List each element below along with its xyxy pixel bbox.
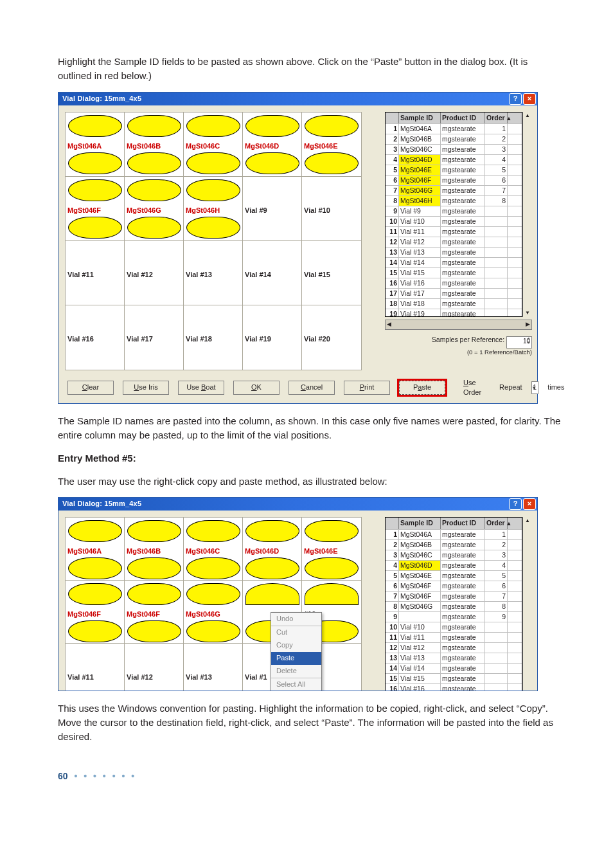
paste-button[interactable]: Paste — [399, 381, 445, 395]
vial-cell[interactable]: Vial #9 — [242, 176, 303, 242]
vial-cell[interactable]: Vial #20 — [301, 305, 362, 370]
context-menu-item-paste[interactable]: Paste — [271, 652, 321, 665]
vial-cell[interactable]: Vial #14 — [242, 240, 303, 306]
sort-up-icon[interactable]: ▲ — [506, 115, 512, 122]
table-row[interactable]: 8MgSt046Hmgstearate8 — [386, 195, 522, 206]
vial-cell[interactable]: Vial #19 — [242, 305, 303, 370]
vial-cell[interactable]: MgSt046F — [65, 580, 125, 646]
vial-dialog-context: Vial Dialog: 15mm_4x5 ? × MgSt046AMgSt04… — [58, 497, 538, 691]
table-row[interactable]: 3MgSt046Cmgstearate3 — [386, 550, 522, 560]
vial-cell[interactable]: MgSt046A — [65, 112, 125, 177]
vial-cell[interactable]: MgSt046E — [301, 112, 362, 177]
vial-cell[interactable]: MgSt046B — [124, 112, 184, 177]
close-icon[interactable]: × — [523, 93, 536, 105]
context-menu-item-copy[interactable]: Copy — [271, 639, 321, 652]
context-menu-item-select-all[interactable]: Select All — [271, 678, 321, 691]
vial-cell[interactable]: MgSt046C — [183, 517, 244, 583]
help-icon[interactable]: ? — [509, 93, 522, 105]
use-boat-button[interactable]: Use Boat — [178, 381, 224, 395]
table-row[interactable]: 13Vial #13mgstearate — [386, 247, 522, 257]
table-row[interactable]: 5MgSt046Emgstearate5 — [386, 570, 522, 581]
scrollbar-vertical[interactable]: ▲▼ — [522, 112, 532, 317]
table-row[interactable]: 19Vial #19mgstearate — [386, 309, 522, 316]
figure-vial-dialog-context: Vial Dialog: 15mm_4x5 ? × MgSt046AMgSt04… — [58, 497, 562, 691]
sort-up-icon[interactable]: ▲ — [506, 520, 512, 527]
vial-cell[interactable]: MgSt046F — [124, 580, 184, 646]
context-menu-item-undo[interactable]: Undo — [271, 613, 321, 626]
table-row[interactable]: 16Vial #16mgstearate — [386, 278, 522, 288]
table-row[interactable]: 5MgSt046Emgstearate5 — [386, 165, 522, 175]
vial-cell[interactable]: Vial #12 — [124, 240, 184, 306]
use-iris-button[interactable]: Use Iris — [123, 381, 169, 395]
context-menu[interactable]: UndoCutCopyPasteDeleteSelect All — [271, 612, 322, 691]
scrollbar-vertical[interactable]: ▲▼ — [522, 517, 532, 691]
vial-label: Vial #19 — [245, 334, 271, 345]
vial-cell[interactable]: Vial #15 — [301, 240, 362, 306]
table-row[interactable]: 7MgSt046Fmgstearate7 — [386, 591, 522, 601]
vial-cell[interactable]: Vial #12 — [124, 643, 184, 691]
vial-cell[interactable]: MgSt046F — [65, 176, 125, 242]
table-row[interactable]: 10Vial #10mgstearate — [386, 216, 522, 226]
vial-cell[interactable]: Vial #10 — [301, 176, 362, 242]
table-row[interactable]: 16Vial #16mgstearate — [386, 683, 522, 692]
table-row[interactable]: 1MgSt046Amgstearate1 — [386, 529, 522, 539]
table-row[interactable]: 9mgstearate9 — [386, 611, 522, 622]
cancel-button[interactable]: Cancel — [289, 381, 335, 395]
vial-label: Vial #18 — [186, 334, 212, 345]
clear-button[interactable]: Clear — [67, 381, 114, 395]
vial-cell[interactable]: MgSt046B — [124, 517, 184, 583]
vial-cell[interactable]: Vial #18 — [183, 305, 244, 370]
table-row[interactable]: 12Vial #12mgstearate — [386, 237, 522, 247]
table-row[interactable]: 3MgSt046Cmgstearate3 — [386, 144, 522, 154]
vial-cell[interactable]: Vial #11 — [65, 643, 125, 691]
table-row[interactable]: 14Vial #14mgstearate — [386, 663, 522, 673]
table-row[interactable]: 17Vial #17mgstearate — [386, 288, 522, 298]
table-row[interactable]: 14Vial #14mgstearate — [386, 257, 522, 267]
print-button[interactable]: Print — [344, 381, 390, 395]
window-title: Vial Dialog: 15mm_4x5 — [62, 499, 508, 509]
context-menu-item-cut[interactable]: Cut — [271, 626, 321, 639]
table-row[interactable]: 11Vial #11mgstearate — [386, 226, 522, 237]
scrollbar-horizontal[interactable]: ◀▶ — [385, 320, 532, 330]
help-icon[interactable]: ? — [509, 498, 522, 510]
vial-cell[interactable]: Vial #13 — [183, 240, 244, 306]
table-row[interactable]: 2MgSt046Bmgstearate2 — [386, 134, 522, 144]
table-row[interactable]: 2MgSt046Bmgstearate2 — [386, 539, 522, 550]
table-row[interactable]: 10Vial #10mgstearate — [386, 622, 522, 632]
table-row[interactable]: 13Vial #13mgstearate — [386, 653, 522, 663]
table-row[interactable]: 6MgSt046Fmgstearate6 — [386, 581, 522, 591]
vial-cell[interactable]: MgSt046C — [183, 112, 244, 177]
context-menu-item-delete[interactable]: Delete — [271, 665, 321, 678]
table-row[interactable]: 7MgSt046Gmgstearate7 — [386, 185, 522, 195]
sample-table[interactable]: Sample ID Product ID Order▲ 1MgSt046Amgs… — [385, 112, 522, 317]
samples-per-ref-value[interactable]: 10 — [506, 336, 532, 348]
table-row[interactable]: 8MgSt046Gmgstearate8 — [386, 601, 522, 611]
table-row[interactable]: 11Vial #11mgstearate — [386, 632, 522, 642]
vial-cell[interactable]: Vial #17 — [124, 305, 184, 370]
sample-table[interactable]: Sample ID Product ID Order▲ 1MgSt046Amgs… — [385, 517, 522, 691]
table-row[interactable]: 1MgSt046Amgstearate1 — [386, 123, 522, 134]
table-row[interactable]: 18Vial #18mgstearate — [386, 298, 522, 309]
table-row[interactable]: 12Vial #12mgstearate — [386, 642, 522, 653]
ok-button[interactable]: OK — [233, 381, 280, 395]
vial-cell[interactable]: MgSt046G — [183, 580, 244, 646]
table-row[interactable]: 4MgSt046Dmgstearate4 — [386, 154, 522, 165]
vial-cell[interactable]: MgSt046D — [242, 517, 303, 583]
vial-cell[interactable]: Vial #13 — [183, 643, 244, 691]
table-row[interactable]: 15Vial #15mgstearate — [386, 673, 522, 683]
table-row[interactable]: 15Vial #15mgstearate — [386, 267, 522, 278]
vial-cell[interactable]: MgSt046E — [301, 517, 362, 583]
vial-cell[interactable]: Vial #16 — [65, 305, 125, 370]
table-row[interactable]: 4MgSt046Dmgstearate4 — [386, 560, 522, 570]
table-header: Sample ID Product ID Order▲ — [386, 113, 522, 123]
repeat-combo[interactable]: 1 — [531, 381, 539, 394]
vial-cell[interactable]: MgSt046H — [183, 176, 244, 242]
table-row[interactable]: 9Vial #9mgstearate — [386, 206, 522, 216]
vial-cell[interactable]: MgSt046G — [124, 176, 184, 242]
vial-cell[interactable]: MgSt046D — [242, 112, 303, 177]
table-row[interactable]: 6MgSt046Fmgstearate6 — [386, 175, 522, 185]
vial-label: MgSt046D — [245, 141, 279, 152]
vial-cell[interactable]: Vial #11 — [65, 240, 125, 306]
vial-cell[interactable]: MgSt046A — [65, 517, 125, 583]
close-icon[interactable]: × — [523, 498, 536, 510]
